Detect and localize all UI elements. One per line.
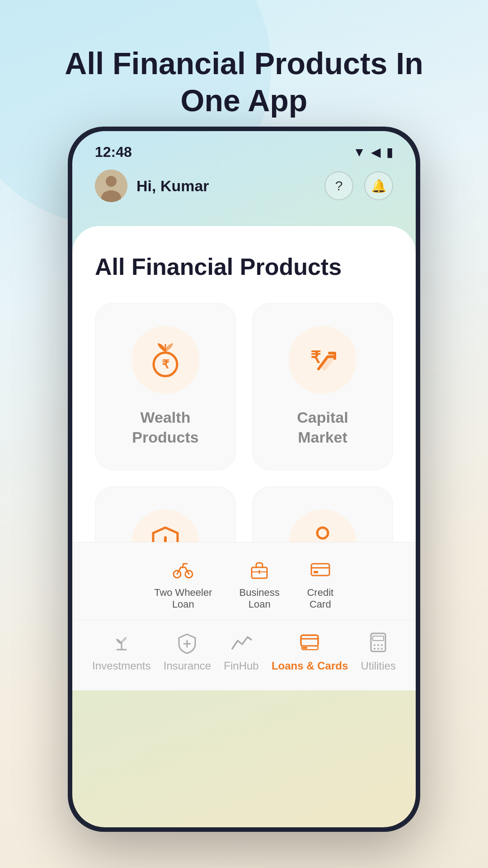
help-button[interactable]: ? [324,171,353,200]
wealth-label: WealthProducts [132,407,198,447]
capital-market-icon: ₹ [302,340,343,380]
header-icons: ? 🔔 [324,171,393,200]
avatar [95,170,127,202]
credit-card-icon [307,556,334,583]
page-headline: All Financial Products In One App [0,45,488,119]
status-bar: 12:48 ▼ ◀ ▮ [72,131,416,165]
nav-insurance[interactable]: Insurance [164,629,211,672]
loans-cards-nav-icon [296,629,324,656]
wealth-products-card[interactable]: ₹ WealthProducts [95,303,236,470]
loan-items-row: Two WheelerLoan BusinessLoan [72,552,416,620]
section-title: All Financial Products [95,253,393,280]
svg-text:₹: ₹ [310,348,321,367]
svg-point-1 [106,176,117,187]
network-icon: ◀ [371,145,381,160]
status-time: 12:48 [95,144,132,160]
insurance-nav-icon [174,629,201,656]
help-icon: ? [335,178,343,193]
bell-icon: 🔔 [371,179,387,193]
white-card: All Financial Products ₹ [72,226,416,690]
svg-point-29 [377,644,379,646]
credit-card[interactable]: CreditCard [307,556,334,610]
svg-rect-17 [314,571,318,573]
finhub-nav-icon [228,629,255,656]
svg-point-9 [317,528,328,538]
loans-cards-nav-label: Loans & Cards [272,660,348,672]
svg-point-33 [381,648,383,650]
svg-point-30 [381,644,383,646]
two-wheeler-loan[interactable]: Two WheelerLoan [154,556,212,610]
wealth-icon-bg: ₹ [131,326,199,394]
svg-rect-23 [301,635,318,646]
utilities-nav-label: Utilities [361,660,396,672]
insurance-nav-label: Insurance [164,660,211,672]
svg-text:₹: ₹ [162,358,169,371]
wealth-icon: ₹ [145,340,186,380]
two-wheeler-icon [169,556,197,583]
nav-finhub[interactable]: FinHub [224,629,258,672]
battery-icon: ▮ [386,145,393,160]
status-icons: ▼ ◀ ▮ [353,145,393,160]
credit-card-label: CreditCard [307,587,333,610]
capital-market-label: CapitalMarket [297,407,348,447]
finhub-nav-label: FinHub [224,660,258,672]
two-wheeler-loan-label: Two WheelerLoan [154,587,212,610]
investments-nav-label: Investments [92,660,150,672]
svg-rect-21 [301,635,318,646]
bottom-nav: Investments Insurance [72,620,416,677]
svg-rect-25 [303,647,307,649]
nav-loans-cards[interactable]: Loans & Cards [272,629,348,672]
nav-utilities[interactable]: Utilities [361,629,396,672]
user-info: Hi, Kumar [95,170,209,202]
top-header: Hi, Kumar ? 🔔 [72,165,416,211]
business-loan[interactable]: BusinessLoan [239,556,280,610]
phone-frame: 12:48 ▼ ◀ ▮ Hi, Kumar [68,127,420,832]
svg-point-32 [377,648,379,650]
svg-rect-15 [311,564,329,576]
business-loan-label: BusinessLoan [239,587,280,610]
business-loan-icon [246,556,273,583]
phone-screen: 12:48 ▼ ◀ ▮ Hi, Kumar [72,131,416,827]
svg-point-28 [374,644,375,646]
capital-market-card[interactable]: ₹ CapitalMarket [252,303,393,470]
bottom-area: Two WheelerLoan BusinessLoan [72,542,416,690]
investments-nav-icon [108,629,135,656]
svg-rect-27 [373,636,384,641]
svg-point-31 [374,648,375,650]
nav-investments[interactable]: Investments [92,629,150,672]
greeting-text: Hi, Kumar [136,177,209,195]
capital-icon-bg: ₹ [289,326,357,394]
notifications-button[interactable]: 🔔 [364,171,393,200]
utilities-nav-icon [365,629,392,656]
signal-icon: ▼ [353,145,366,160]
